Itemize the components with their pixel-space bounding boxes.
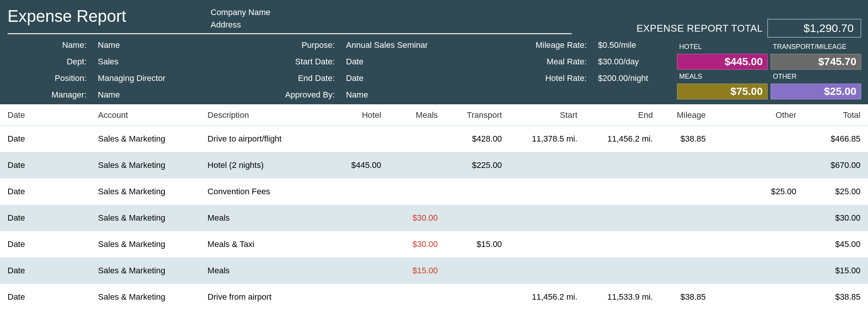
cell-account[interactable]: Sales & Marketing [94, 284, 204, 310]
cell-meals[interactable]: $30.00 [385, 205, 442, 231]
cell-other[interactable] [709, 258, 800, 284]
cell-description[interactable]: Convention Fees [204, 178, 325, 205]
cell-hotel[interactable]: $445.00 [325, 152, 385, 178]
cell-total[interactable]: $25.00 [800, 178, 868, 205]
cell-transport[interactable] [442, 258, 506, 284]
col-description[interactable]: Description [204, 104, 325, 126]
cell-transport[interactable] [442, 284, 506, 310]
cell-end[interactable] [581, 205, 657, 231]
cell-transport[interactable]: $225.00 [442, 152, 506, 178]
cell-start[interactable] [506, 152, 581, 178]
cell-transport[interactable]: $15.00 [442, 231, 506, 258]
cell-end[interactable] [581, 258, 657, 284]
cell-meals[interactable] [385, 126, 442, 152]
cell-end[interactable] [581, 178, 657, 205]
cell-meals[interactable]: $30.00 [385, 231, 442, 258]
table-row[interactable]: DateSales & MarketingMeals$15.00$15.00 [0, 258, 868, 284]
col-date[interactable]: Date [0, 104, 94, 126]
col-end[interactable]: End [581, 104, 657, 126]
cell-hotel[interactable] [325, 231, 385, 258]
cell-end[interactable]: 11,533.9 mi. [581, 284, 657, 310]
hotel-summary-label: HOTEL [677, 42, 768, 52]
cell-mileage[interactable]: $38.85 [657, 126, 709, 152]
meals-summary-label: MEALS [677, 72, 768, 81]
cell-date[interactable]: Date [0, 205, 94, 231]
cell-total[interactable]: $45.00 [800, 231, 868, 258]
cell-meals[interactable]: $15.00 [385, 258, 442, 284]
cell-start[interactable] [506, 205, 581, 231]
cell-mileage[interactable] [657, 231, 709, 258]
col-hotel[interactable]: Hotel [325, 104, 385, 126]
cell-hotel[interactable] [325, 178, 385, 205]
cell-transport[interactable] [442, 178, 506, 205]
cell-other[interactable] [709, 231, 800, 258]
cell-account[interactable]: Sales & Marketing [94, 205, 204, 231]
col-transport[interactable]: Transport [442, 104, 506, 126]
table-row[interactable]: DateSales & MarketingMeals & Taxi$30.00$… [0, 231, 868, 258]
cell-meals[interactable] [385, 152, 442, 178]
cell-mileage[interactable] [657, 178, 709, 205]
cell-date[interactable]: Date [0, 284, 94, 310]
col-account[interactable]: Account [94, 104, 204, 126]
cell-end[interactable] [581, 231, 657, 258]
cell-mileage[interactable] [657, 205, 709, 231]
cell-start[interactable] [506, 258, 581, 284]
col-meals[interactable]: Meals [385, 104, 442, 126]
mileage-rate-label: Mileage Rate: [489, 40, 587, 50]
cell-start[interactable]: 11,456.2 mi. [506, 284, 581, 310]
cell-transport[interactable] [442, 205, 506, 231]
cell-other[interactable] [709, 205, 800, 231]
cell-other[interactable] [709, 126, 800, 152]
cell-total[interactable]: $670.00 [800, 152, 868, 178]
cell-hotel[interactable] [325, 205, 385, 231]
cell-total[interactable]: $466.85 [800, 126, 868, 152]
cell-account[interactable]: Sales & Marketing [94, 178, 204, 205]
table-row[interactable]: DateSales & MarketingDrive from airport1… [0, 284, 868, 310]
cell-date[interactable]: Date [0, 178, 94, 205]
cell-mileage[interactable]: $38.85 [657, 284, 709, 310]
cell-account[interactable]: Sales & Marketing [94, 152, 204, 178]
col-total[interactable]: Total [800, 104, 868, 126]
cell-description[interactable]: Hotel (2 nights) [204, 152, 325, 178]
cell-description[interactable]: Meals [204, 205, 325, 231]
cell-other[interactable] [709, 284, 800, 310]
cell-date[interactable]: Date [0, 152, 94, 178]
table-row[interactable]: DateSales & MarketingMeals$30.00$30.00 [0, 205, 868, 231]
start-date-label: Start Date: [196, 57, 335, 67]
table-row[interactable]: DateSales & MarketingDrive to airport/fl… [0, 126, 868, 152]
col-mileage[interactable]: Mileage [657, 104, 709, 126]
cell-hotel[interactable] [325, 284, 385, 310]
cell-mileage[interactable] [657, 152, 709, 178]
cell-description[interactable]: Meals [204, 258, 325, 284]
table-row[interactable]: DateSales & MarketingHotel (2 nights)$44… [0, 152, 868, 178]
cell-total[interactable]: $30.00 [800, 205, 868, 231]
cell-end[interactable] [581, 152, 657, 178]
cell-date[interactable]: Date [0, 231, 94, 258]
cell-meals[interactable] [385, 178, 442, 205]
cell-account[interactable]: Sales & Marketing [94, 258, 204, 284]
cell-description[interactable]: Drive to airport/flight [204, 126, 325, 152]
cell-date[interactable]: Date [0, 258, 94, 284]
cell-total[interactable]: $38.85 [800, 284, 868, 310]
company-address: Address [211, 18, 270, 31]
cell-hotel[interactable] [325, 126, 385, 152]
col-other[interactable]: Other [709, 104, 800, 126]
cell-start[interactable] [506, 178, 581, 205]
cell-total[interactable]: $15.00 [800, 258, 868, 284]
col-start[interactable]: Start [506, 104, 581, 126]
cell-date[interactable]: Date [0, 126, 94, 152]
cell-hotel[interactable] [325, 258, 385, 284]
cell-other[interactable] [709, 152, 800, 178]
cell-meals[interactable] [385, 284, 442, 310]
cell-start[interactable] [506, 231, 581, 258]
cell-other[interactable]: $25.00 [709, 178, 800, 205]
cell-description[interactable]: Drive from airport [204, 284, 325, 310]
cell-transport[interactable]: $428.00 [442, 126, 506, 152]
table-row[interactable]: DateSales & MarketingConvention Fees$25.… [0, 178, 868, 205]
cell-start[interactable]: 11,378.5 mi. [506, 126, 581, 152]
cell-mileage[interactable] [657, 258, 709, 284]
cell-account[interactable]: Sales & Marketing [94, 231, 204, 258]
cell-end[interactable]: 11,456.2 mi. [581, 126, 657, 152]
cell-description[interactable]: Meals & Taxi [204, 231, 325, 258]
cell-account[interactable]: Sales & Marketing [94, 126, 204, 152]
